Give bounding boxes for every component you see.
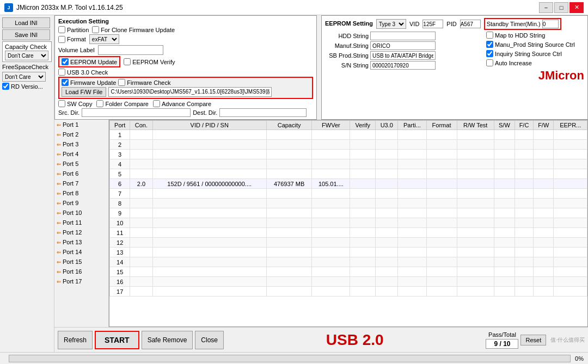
port-list-item-10[interactable]: ⇐Port 10: [54, 208, 108, 218]
col-format: Format: [426, 121, 457, 130]
firmware-row-1: Firmware Update Firmware Check: [62, 79, 310, 86]
save-ini-button[interactable]: Save INI: [2, 29, 50, 40]
eeprom-update-box: EEPROM Update: [58, 56, 120, 67]
data-table: Port Con. VID / PID / SN Capacity FWVer …: [109, 120, 587, 297]
dont-care-select-1[interactable]: Don't Care: [5, 51, 48, 60]
execution-setting-title: Execution Setting: [58, 18, 313, 24]
volume-label-text: Volume Label: [58, 47, 95, 53]
pass-total-label: Pass/Total: [488, 331, 516, 338]
window-controls: − □ ✕: [539, 2, 584, 13]
src-dir-input[interactable]: [82, 108, 191, 117]
table-area: ⇐Port 1 ⇐Port 2 ⇐Port 3 ⇐Port 4 ⇐Port 5 …: [54, 120, 588, 327]
eeprom-verify-checkbox[interactable]: [124, 58, 131, 65]
maximize-button[interactable]: □: [554, 2, 568, 13]
table-row: 3: [110, 150, 587, 159]
eeprom-main-area: HDD String Manuf.String SB Prod.String: [325, 32, 584, 83]
exec-row-5: USB 3.0 Check: [58, 69, 313, 76]
manuf-string-input[interactable]: [370, 41, 436, 50]
eeprom-type-select[interactable]: Type 3: [376, 19, 406, 29]
progress-label: 0%: [575, 355, 584, 362]
table-row: 7: [110, 189, 587, 199]
minimize-button[interactable]: −: [539, 2, 553, 13]
rd-version-checkbox[interactable]: [2, 83, 9, 90]
port-list-item-1[interactable]: ⇐Port 1: [54, 120, 108, 129]
sw-copy-checkbox[interactable]: [58, 100, 65, 107]
standby-timer-input[interactable]: [542, 20, 559, 28]
pid-input[interactable]: [460, 20, 481, 28]
table-row: 2: [110, 140, 587, 150]
manuf-string-label: Manuf.String: [325, 42, 369, 49]
col-sw: S/W: [494, 121, 514, 130]
format-select[interactable]: exFAT: [89, 34, 119, 44]
dont-care-select-2[interactable]: Don't Care: [2, 72, 46, 82]
sn-string-input[interactable]: [370, 61, 436, 70]
partition-checkbox[interactable]: [58, 26, 65, 33]
sb-prod-string-input[interactable]: [370, 51, 436, 60]
safe-remove-button[interactable]: Safe Remove: [142, 331, 193, 349]
map-to-hdd-checkbox[interactable]: [486, 32, 493, 39]
port-list-item-9[interactable]: ⇐Port 9: [54, 198, 108, 208]
port-list-item-2[interactable]: ⇐Port 2: [54, 129, 108, 139]
manu-prod-ctrl-checkbox[interactable]: [486, 41, 493, 48]
app-title: JMicron 2033x M.P. Tool v1.16.14.25: [16, 4, 539, 11]
col-u30: U3.0: [376, 121, 398, 130]
firmware-path-input[interactable]: [108, 87, 272, 97]
port-list-item-5[interactable]: ⇐Port 5: [54, 159, 108, 169]
format-checkbox[interactable]: [58, 36, 65, 43]
execution-setting-panel: Execution Setting Partition For Clone Fi…: [54, 15, 317, 120]
reset-button[interactable]: Reset: [520, 335, 546, 346]
port-list-item-8[interactable]: ⇐Port 8: [54, 188, 108, 198]
load-ini-button[interactable]: Load INI: [2, 17, 50, 28]
refresh-button[interactable]: Refresh: [58, 331, 93, 349]
pass-total-input[interactable]: [486, 339, 518, 349]
col-fwver: FWVer: [312, 121, 350, 130]
eeprom-update-checkbox[interactable]: [62, 58, 69, 65]
col-rwtest: R/W Test: [457, 121, 494, 130]
manu-prod-ctrl-label: Manu_Prod String Source Ctrl: [495, 41, 575, 48]
table-row: 15: [110, 267, 587, 277]
port-list-item-4[interactable]: ⇐Port 4: [54, 149, 108, 159]
col-parti: Parti...: [398, 121, 426, 130]
port-list-item-15[interactable]: ⇐Port 15: [54, 257, 108, 267]
inquiry-ctrl-checkbox[interactable]: [486, 50, 493, 57]
port-list-item-16[interactable]: ⇐Port 16: [54, 267, 108, 276]
firmware-row-2: Load F/W File: [62, 87, 310, 97]
col-capacity: Capacity: [266, 121, 311, 130]
table-row: 16: [110, 277, 587, 287]
col-verify: Verify: [350, 121, 376, 130]
close-button-bottom[interactable]: Close: [195, 331, 224, 349]
hdd-string-input[interactable]: [370, 32, 436, 40]
sn-string-label: S/N String: [325, 62, 369, 69]
auto-increase-checkbox[interactable]: [486, 59, 493, 66]
start-button[interactable]: START: [95, 331, 139, 349]
table-body: 1234562.0152D / 9561 / 000000000000....4…: [110, 130, 587, 297]
close-button[interactable]: ✕: [569, 2, 584, 13]
volume-label-input[interactable]: [98, 45, 163, 55]
port-list-item-6[interactable]: ⇐Port 6: [54, 169, 108, 178]
port-list-item-12[interactable]: ⇐Port 12: [54, 227, 108, 237]
usb30-check-checkbox[interactable]: [58, 69, 65, 76]
inquiry-ctrl-label: Inquiry String Source Ctrl: [495, 51, 562, 57]
port-list-item-7[interactable]: ⇐Port 7: [54, 178, 108, 188]
port-list-item-3[interactable]: ⇐Port 3: [54, 139, 108, 149]
middle-area: Execution Setting Partition For Clone Fi…: [54, 15, 588, 352]
firmware-check-checkbox[interactable]: [118, 79, 125, 86]
standby-timer-label: Standby Timer(Min.): [487, 21, 541, 27]
advance-compare-checkbox[interactable]: [153, 100, 160, 107]
pass-total-area: Pass/Total: [486, 331, 518, 349]
usb30-check-label: USB 3.0 Check: [58, 69, 108, 76]
eeprom-checkboxes: Map to HDD String Manu_Prod String Sourc…: [486, 32, 584, 83]
dest-dir-input[interactable]: [219, 108, 307, 117]
folder-compare-checkbox[interactable]: [96, 100, 103, 107]
partition-checkbox-label: Partition: [58, 26, 89, 33]
vid-input[interactable]: [422, 20, 443, 28]
port-list-item-17[interactable]: ⇐Port 17: [54, 276, 108, 286]
port-list-item-14[interactable]: ⇐Port 14: [54, 247, 108, 257]
firmware-update-checkbox[interactable]: [62, 79, 69, 86]
port-list-item-13[interactable]: ⇐Port 13: [54, 237, 108, 247]
port-list-item-11[interactable]: ⇐Port 11: [54, 218, 108, 227]
load-fw-file-button[interactable]: Load F/W File: [62, 87, 106, 97]
for-clone-fw-checkbox[interactable]: [92, 26, 99, 33]
sb-prod-string-row: SB Prod.String: [325, 51, 482, 60]
col-port: Port: [110, 121, 130, 130]
